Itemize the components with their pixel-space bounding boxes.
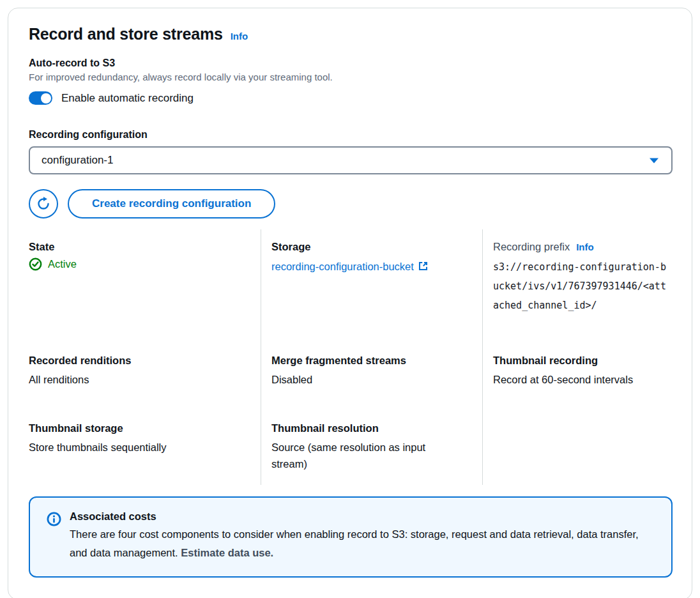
record-and-store-streams-card: Record and store streams Info Auto-recor… [8,8,692,598]
field-thumbnail-resolution: Thumbnail resolution Source (same resolu… [261,411,482,485]
merge-fragmented-streams-value: Disabled [271,371,482,388]
field-state: State Active [29,229,261,343]
create-recording-configuration-button[interactable]: Create recording configuration [68,189,275,218]
recorded-renditions-value: All renditions [29,371,243,388]
state-label: State [29,241,243,253]
merge-fragmented-streams-label: Merge fragmented streams [271,355,482,367]
check-circle-icon [29,257,42,271]
refresh-button[interactable] [29,189,58,218]
thumbnail-recording-label: Thumbnail recording [493,355,671,367]
recording-prefix-label: Recording prefix [493,241,570,253]
auto-record-section: Auto-record to S3 For improved redundanc… [29,57,671,105]
thumbnail-recording-value: Record at 60-second intervals [493,371,671,388]
recording-prefix-label-row: Recording prefix Info [493,241,671,253]
field-merge-fragmented-streams: Merge fragmented streams Disabled [261,343,482,411]
thumbnail-storage-value: Store thumbnails sequentially [29,439,243,456]
thumbnail-resolution-label: Thumbnail resolution [271,422,482,434]
recording-prefix-info-link[interactable]: Info [576,241,594,252]
field-recorded-renditions: Recorded renditions All renditions [29,343,261,411]
alert-title: Associated costs [70,510,656,523]
auto-recording-toggle[interactable] [29,91,52,105]
storage-label: Storage [271,241,482,253]
configuration-details: State Active Storage recording-configura… [29,229,671,485]
recorded-renditions-label: Recorded renditions [29,355,243,367]
field-storage: Storage recording-configuration-bucket [261,229,482,343]
recording-configuration-label: Recording configuration [29,129,671,141]
thumbnail-resolution-value: Source (same resolution as input stream) [271,439,463,472]
field-recording-prefix: Recording prefix Info s3://recording-con… [482,229,671,343]
header-info-link[interactable]: Info [231,31,248,42]
recording-configuration-section: Recording configuration configuration-1 [29,129,671,174]
info-icon [47,512,61,526]
page-title: Record and store streams [29,25,223,43]
alert-body: There are four cost components to consid… [70,525,656,562]
recording-configuration-select[interactable]: configuration-1 [29,146,673,174]
thumbnail-storage-label: Thumbnail storage [29,422,243,434]
storage-link-text: recording-configuration-bucket [271,261,414,272]
actions-row: Create recording configuration [29,189,671,218]
field-thumbnail-recording: Thumbnail recording Record at 60-second … [482,343,671,411]
storage-bucket-link[interactable]: recording-configuration-bucket [271,257,429,275]
estimate-data-use-link[interactable]: Estimate data use. [181,547,273,558]
state-value: Active [29,257,243,271]
section-header: Record and store streams Info [29,25,671,43]
recording-prefix-value: s3://recording-configuration-bucket/ivs/… [493,257,671,315]
associated-costs-alert: Associated costs There are four cost com… [29,496,673,578]
toggle-label: Enable automatic recording [61,92,194,105]
auto-record-description: For improved redundancy, always record l… [29,72,671,82]
caret-down-icon [650,158,658,164]
external-link-icon [418,261,429,272]
toggle-knob [41,93,51,103]
alert-body-text: There are four cost components to consid… [70,528,639,558]
state-text: Active [48,258,77,270]
selected-option: configuration-1 [42,154,113,167]
refresh-icon [36,196,51,211]
field-thumbnail-storage: Thumbnail storage Store thumbnails seque… [29,411,261,485]
details-empty-cell [482,411,671,485]
auto-record-label: Auto-record to S3 [29,57,671,69]
